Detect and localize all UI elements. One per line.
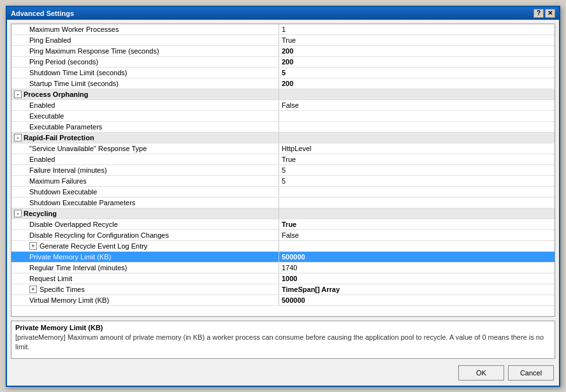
table-row[interactable]: Maximum Worker Processes1 [11,24,555,35]
table-row[interactable]: Request Limit1000 [11,273,555,284]
prop-name: Startup Time Limit (seconds) [11,78,279,89]
section-header-label: -Rapid-Fail Protection [11,133,279,143]
dialog-title: Advanced Settings [11,10,74,17]
section-header-value [279,133,555,143]
prop-name: Disable Recycling for Configuration Chan… [11,230,279,240]
table-row[interactable]: Regular Time Interval (minutes)1740 [11,263,555,273]
prop-value: 1 [279,24,555,34]
properties-table: Maximum Worker Processes1Ping EnabledTru… [11,24,555,317]
prop-value: 1740 [279,263,555,273]
prop-name: Disable Overlapped Recycle [11,219,279,229]
table-row[interactable]: Ping Maximum Response Time (seconds)200 [11,46,555,57]
table-row[interactable]: Shutdown Executable Parameters [11,198,555,208]
description-box: Private Memory Limit (KB) [privateMemory… [11,321,555,359]
ok-button[interactable]: OK [458,365,504,381]
expand-icon[interactable]: + [29,286,37,293]
prop-value: False [279,230,555,240]
section-header-value [279,208,555,219]
prop-value: 200 [279,57,555,67]
prop-name: Request Limit [11,273,279,284]
section-header[interactable]: -Rapid-Fail Protection [11,133,555,143]
table-row[interactable]: Ping EnabledTrue [11,35,555,46]
prop-value: 1000 [279,273,555,284]
advanced-settings-dialog: Advanced Settings ? ✕ Maximum Worker Pro… [6,6,560,387]
prop-value [279,187,555,197]
prop-value: False [279,100,555,110]
prop-value: 500000 [279,252,555,262]
title-bar: Advanced Settings ? ✕ [7,7,559,20]
prop-name: Ping Period (seconds) [11,57,279,67]
table-row[interactable]: Disable Recycling for Configuration Chan… [11,230,555,241]
section-header-label: -Recycling [11,208,279,219]
table-row[interactable]: +Specific TimesTimeSpan[] Array [11,284,555,295]
prop-name: Ping Maximum Response Time (seconds) [11,46,279,56]
cancel-button[interactable]: Cancel [508,365,554,381]
description-text: [privateMemory] Maximum amount of privat… [15,333,551,352]
prop-value [279,198,555,208]
table-row[interactable]: +Generate Recycle Event Log Entry [11,241,555,252]
table-row[interactable]: Failure Interval (minutes)5 [11,165,555,176]
prop-value: 200 [279,46,555,56]
prop-value: HttpLevel [279,143,555,154]
table-row[interactable]: "Service Unavailable" Response TypeHttpL… [11,143,555,154]
prop-name: Maximum Failures [11,176,279,186]
title-bar-buttons: ? ✕ [533,9,555,18]
table-row[interactable]: Startup Time Limit (seconds)200 [11,78,555,89]
section-header-value [279,89,555,99]
prop-name: Private Memory Limit (KB) [11,252,279,262]
prop-name: Shutdown Executable [11,187,279,197]
prop-name: Enabled [11,100,279,110]
table-row[interactable]: Ping Period (seconds)200 [11,57,555,68]
expand-icon[interactable]: + [29,242,37,250]
table-row[interactable]: Maximum Failures5 [11,176,555,187]
prop-value [279,122,555,132]
prop-name: Shutdown Executable Parameters [11,198,279,208]
prop-value: 500000 [279,295,555,305]
help-button[interactable]: ? [533,9,544,18]
table-row[interactable]: Private Memory Limit (KB)500000 [11,252,555,263]
table-row[interactable]: EnabledTrue [11,154,555,165]
prop-name: Maximum Worker Processes [11,24,279,34]
prop-value [279,241,555,251]
prop-name: Shutdown Time Limit (seconds) [11,68,279,78]
table-row[interactable]: Executable [11,111,555,122]
prop-value: True [279,35,555,45]
table-row[interactable]: Shutdown Time Limit (seconds)5 [11,68,555,78]
close-button[interactable]: ✕ [545,9,555,18]
prop-value: TimeSpan[] Array [279,284,555,294]
section-header[interactable]: -Process Orphaning [11,89,555,100]
prop-name: "Service Unavailable" Response Type [11,143,279,154]
prop-value: True [279,219,555,229]
table-row[interactable]: Executable Parameters [11,122,555,133]
prop-value: 200 [279,78,555,89]
prop-name: Failure Interval (minutes) [11,165,279,175]
table-row[interactable]: Virtual Memory Limit (KB)500000 [11,295,555,306]
prop-name: Executable Parameters [11,122,279,132]
prop-value: 5 [279,68,555,78]
table-row[interactable]: EnabledFalse [11,100,555,111]
section-toggle-icon[interactable]: - [14,210,22,217]
table-row[interactable]: Shutdown Executable [11,187,555,198]
dialog-content: Maximum Worker Processes1Ping EnabledTru… [7,20,559,386]
section-toggle-icon[interactable]: - [14,91,22,98]
prop-name: Ping Enabled [11,35,279,45]
section-toggle-icon[interactable]: - [14,134,22,142]
prop-value [279,111,555,121]
prop-name: Regular Time Interval (minutes) [11,263,279,273]
prop-name: +Generate Recycle Event Log Entry [11,241,279,251]
section-header[interactable]: -Recycling [11,208,555,219]
prop-name: Enabled [11,154,279,164]
prop-value: 5 [279,176,555,186]
prop-name: Virtual Memory Limit (KB) [11,295,279,305]
prop-name: Executable [11,111,279,121]
table-row[interactable]: Disable Overlapped RecycleTrue [11,219,555,230]
section-header-label: -Process Orphaning [11,89,279,99]
prop-value: True [279,154,555,164]
prop-value: 5 [279,165,555,175]
prop-name: +Specific Times [11,284,279,294]
description-title: Private Memory Limit (KB) [15,324,551,331]
button-row: OK Cancel [11,363,555,382]
